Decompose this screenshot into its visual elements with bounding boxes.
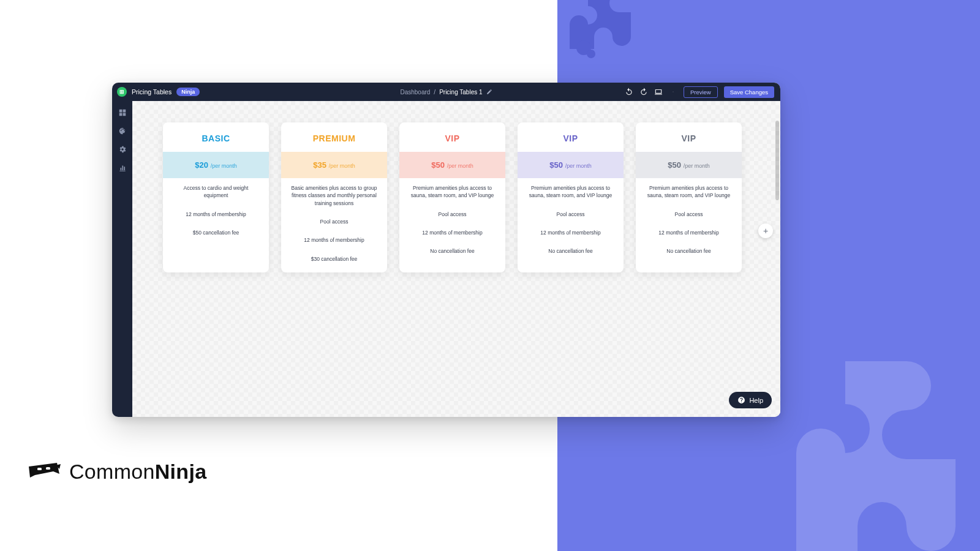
svg-rect-3 [46, 467, 50, 470]
breadcrumb: Dashboard / Pricing Tables 1 [400, 89, 492, 96]
feature-item: No cancellation fee [646, 247, 732, 255]
preview-button[interactable]: Preview [684, 86, 718, 98]
ninja-mask-icon [28, 463, 61, 481]
pricing-card[interactable]: VIP$50 /per monthPremium amenities plus … [399, 122, 505, 272]
price-value: $20 [195, 160, 210, 170]
plan-name: VIP [636, 122, 742, 152]
topbar: ⊞ Pricing Tables Ninja Dashboard / Prici… [112, 83, 780, 101]
breadcrumb-current[interactable]: Pricing Tables 1 [439, 89, 482, 96]
plan-name: VIP [518, 122, 624, 152]
feature-item: Basic amenities plus access to group fit… [291, 184, 377, 207]
price-value: $50 [431, 160, 447, 170]
pricing-card[interactable]: VIP$50 /per monthPremium amenities plus … [636, 122, 742, 272]
plan-features: Premium amenities plus access to sauna, … [518, 178, 624, 265]
help-icon [737, 396, 745, 404]
help-label: Help [749, 397, 763, 404]
price-unit: /per month [684, 163, 710, 169]
vertical-scrollbar[interactable] [775, 121, 779, 416]
pricing-cards-row: BASIC$20 /per monthAccess to cardio and … [132, 101, 780, 294]
plan-features: Premium amenities plus access to sauna, … [399, 178, 505, 265]
feature-item: 12 months of membership [409, 229, 496, 236]
plan-name: PREMIUM [281, 122, 387, 152]
brand-text-light: Common [69, 460, 155, 483]
plan-name: VIP [399, 122, 505, 152]
price-value: $50 [668, 160, 683, 170]
feature-item: Premium amenities plus access to sauna, … [527, 184, 614, 200]
app-logo-icon: ⊞ [117, 87, 127, 97]
feature-item: 12 months of membership [291, 236, 377, 244]
brand-text-bold: Ninja [155, 460, 207, 483]
product-logo: CommonNinja [28, 460, 206, 484]
price-unit: /per month [211, 163, 237, 169]
plan-badge: Ninja [176, 88, 200, 96]
code-icon[interactable] [669, 88, 677, 96]
feature-item: Access to cardio and weight equipment [173, 184, 259, 200]
plan-price: $20 /per month [163, 152, 269, 178]
price-value: $35 [313, 160, 328, 170]
gear-icon[interactable] [118, 145, 127, 154]
price-unit: /per month [329, 163, 355, 169]
plan-name: BASIC [163, 122, 269, 152]
puzzle-shape-large-icon [796, 312, 980, 551]
plan-price: $35 /per month [281, 152, 387, 178]
feature-item: Pool access [527, 211, 614, 218]
pricing-card[interactable]: VIP$50 /per monthPremium amenities plus … [518, 122, 624, 272]
pricing-card[interactable]: BASIC$20 /per monthAccess to cardio and … [163, 122, 269, 272]
feature-item: 12 months of membership [527, 229, 614, 236]
svg-rect-2 [37, 468, 42, 470]
feature-item: Pool access [291, 218, 377, 225]
palette-icon[interactable] [118, 127, 127, 135]
feature-item: 12 months of membership [173, 211, 259, 218]
layout-icon[interactable] [118, 108, 127, 117]
plan-price: $50 /per month [636, 152, 742, 178]
feature-item: $50 cancellation fee [173, 229, 259, 236]
redo-icon[interactable] [639, 88, 648, 96]
plan-features: Premium amenities plus access to sauna, … [636, 178, 742, 265]
feature-item: Premium amenities plus access to sauna, … [409, 184, 496, 200]
price-unit: /per month [565, 163, 592, 169]
price-value: $50 [549, 160, 565, 170]
save-changes-button[interactable]: Save Changes [724, 86, 774, 98]
devices-icon[interactable] [654, 88, 663, 96]
feature-item: Premium amenities plus access to sauna, … [646, 184, 732, 200]
help-button[interactable]: Help [729, 392, 772, 408]
svg-point-1 [587, 50, 595, 58]
app-window: ⊞ Pricing Tables Ninja Dashboard / Prici… [112, 83, 780, 417]
analytics-icon[interactable] [118, 163, 127, 172]
feature-item: Pool access [409, 211, 496, 218]
plan-features: Access to cardio and weight equipment12 … [163, 178, 269, 246]
feature-item: 12 months of membership [646, 229, 732, 236]
add-column-button[interactable]: + [758, 223, 773, 238]
feature-item: No cancellation fee [527, 247, 614, 255]
price-unit: /per month [447, 163, 473, 169]
breadcrumb-root[interactable]: Dashboard [400, 89, 430, 96]
app-title: Pricing Tables [132, 88, 172, 96]
editor-canvas[interactable]: BASIC$20 /per monthAccess to cardio and … [132, 101, 780, 417]
feature-item: Pool access [646, 211, 732, 218]
sidebar [112, 101, 132, 417]
scrollbar-thumb[interactable] [775, 121, 779, 200]
plan-price: $50 /per month [518, 152, 624, 178]
edit-icon[interactable] [486, 89, 492, 95]
plan-price: $50 /per month [399, 152, 505, 178]
plan-features: Basic amenities plus access to group fit… [281, 178, 387, 272]
feature-item: No cancellation fee [409, 247, 496, 255]
pricing-card[interactable]: PREMIUM$35 /per monthBasic amenities plu… [281, 122, 387, 272]
feature-item: $30 cancellation fee [291, 255, 377, 263]
undo-icon[interactable] [625, 88, 633, 96]
breadcrumb-separator: / [434, 89, 435, 96]
blob-icon [573, 37, 597, 61]
